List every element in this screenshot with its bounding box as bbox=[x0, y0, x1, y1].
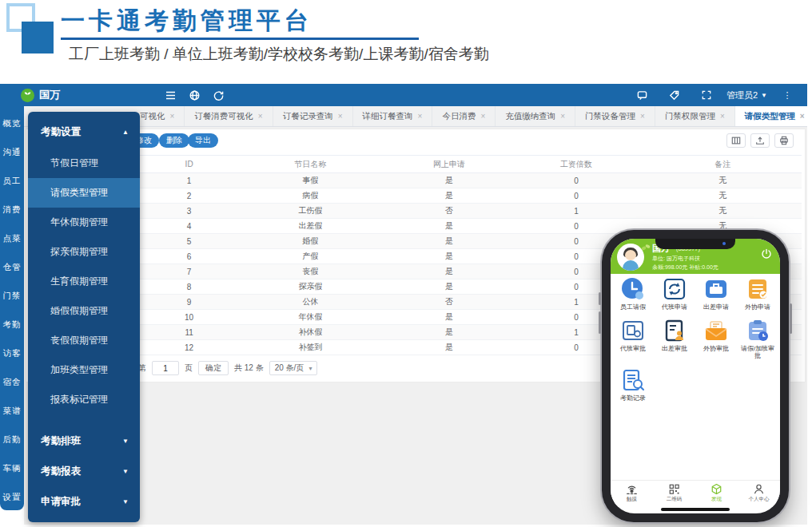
submenu-group[interactable]: 考勤报表 ▼ bbox=[28, 456, 140, 486]
menu-icon[interactable] bbox=[158, 91, 182, 100]
submenu-group-attendance-settings[interactable]: 考勤设置 ▲ bbox=[28, 112, 140, 149]
page-input[interactable] bbox=[152, 361, 179, 375]
page-title: 一卡通考勤管理平台 bbox=[61, 5, 312, 38]
page-size-select[interactable]: 20 条/页 ▾ bbox=[269, 361, 318, 375]
columns-icon[interactable] bbox=[726, 133, 746, 148]
column-header[interactable]: ID bbox=[147, 156, 232, 173]
column-header[interactable]: 节日名称 bbox=[232, 156, 390, 173]
tab-close-icon[interactable] bbox=[258, 112, 263, 121]
submenu-item[interactable]: 婚假假期管理 bbox=[28, 296, 140, 326]
tab[interactable]: 详细订餐查询 bbox=[353, 106, 433, 126]
submenu-item[interactable]: 丧假假期管理 bbox=[28, 326, 140, 355]
submenu-item[interactable]: 节假日管理 bbox=[28, 149, 140, 178]
rail-item[interactable]: 车辆 bbox=[0, 454, 24, 483]
frame-document-icon bbox=[621, 319, 645, 343]
export-icon[interactable] bbox=[750, 133, 770, 148]
tab-close-icon[interactable] bbox=[560, 112, 565, 121]
open-tabs: 报修可视化 订餐消费可视化 订餐记录查询 详细订餐查询 今日消费 bbox=[113, 106, 807, 126]
page-subtitle: 工厂上班考勤 / 单位上班考勤/学校校务考勤/上课考勤/宿舍考勤 bbox=[69, 44, 489, 65]
export-button[interactable]: 导出 bbox=[188, 133, 218, 148]
phone-tab-bar: 触摸 二维码 发现 个人中心 bbox=[611, 480, 780, 505]
app-business-trip-request[interactable]: 出差申请 bbox=[695, 277, 737, 311]
caret-down-icon: ▼ bbox=[761, 92, 767, 99]
submenu-item[interactable]: 请假类型管理 bbox=[28, 178, 140, 208]
tab-close-icon[interactable] bbox=[800, 112, 805, 121]
phone-tab-discover[interactable]: 发现 bbox=[695, 481, 738, 505]
column-header[interactable]: 备注 bbox=[643, 156, 802, 173]
submenu-item[interactable]: 生育假期管理 bbox=[28, 267, 140, 296]
tab[interactable]: 充值缴纳查询 bbox=[496, 106, 575, 126]
phone-balance: 余额:998.00元 补贴:0.00元 bbox=[652, 264, 718, 271]
power-icon[interactable] bbox=[761, 248, 772, 263]
app-shift-substitute-approval[interactable]: 代班审批 bbox=[612, 319, 654, 359]
print-icon[interactable] bbox=[774, 133, 794, 148]
rail-item[interactable]: 点菜 bbox=[0, 224, 24, 253]
user-menu[interactable]: 管理员2 ▼ bbox=[726, 89, 767, 101]
submenu-item[interactable]: 加班类型管理 bbox=[28, 355, 140, 385]
phone-tab-profile[interactable]: 个人中心 bbox=[738, 481, 780, 505]
tab[interactable]: 订餐记录查询 bbox=[273, 106, 353, 126]
repeat-square-icon bbox=[663, 277, 687, 301]
rail-item[interactable]: 访客 bbox=[0, 339, 24, 368]
tab[interactable]: 今日消费 bbox=[432, 106, 496, 126]
tab-close-icon[interactable] bbox=[480, 112, 485, 121]
home-indicator[interactable] bbox=[661, 508, 730, 511]
rail-item[interactable]: 概览 bbox=[0, 109, 24, 138]
briefcase-icon bbox=[704, 277, 728, 301]
rail-item[interactable]: 设置 bbox=[0, 483, 24, 512]
app-outsourcing-request[interactable]: 外协申请 bbox=[737, 277, 778, 311]
tab-strip: 报修可视化 订餐消费可视化 订餐记录查询 详细订餐查询 今日消费 bbox=[24, 106, 807, 127]
rail-item[interactable]: 门禁 bbox=[0, 282, 24, 311]
submenu-item[interactable]: 年休假期管理 bbox=[28, 208, 140, 237]
app-employee-leave[interactable]: 员工请假 bbox=[612, 277, 654, 311]
submenu-item[interactable]: 报表标记管理 bbox=[28, 385, 140, 414]
message-icon[interactable] bbox=[631, 90, 655, 101]
delete-button[interactable]: 删除 bbox=[159, 133, 189, 148]
tab-close-icon[interactable] bbox=[170, 112, 175, 121]
refresh-icon[interactable] bbox=[206, 90, 230, 101]
tab-close-icon[interactable] bbox=[418, 112, 423, 121]
table-row[interactable]: 3 工伤假 否 1 无 bbox=[31, 204, 802, 219]
submenu-group[interactable]: 考勤排班 ▼ bbox=[28, 426, 140, 456]
rail-item[interactable]: 消费 bbox=[0, 196, 24, 224]
deco-square-solid bbox=[22, 22, 54, 53]
tab-close-icon[interactable] bbox=[338, 112, 343, 121]
tab-close-icon[interactable] bbox=[640, 112, 645, 121]
tab[interactable]: 门禁权限管理 bbox=[655, 106, 735, 126]
app-business-trip-approval[interactable]: 出差审批 bbox=[654, 319, 695, 359]
rail-item[interactable]: 员工 bbox=[0, 167, 24, 196]
table-row[interactable]: 1 事假 是 0 无 bbox=[31, 173, 802, 188]
column-header[interactable]: 工资倍数 bbox=[509, 156, 644, 173]
phone-tab-qrcode[interactable]: 二维码 bbox=[653, 481, 695, 505]
rail-item[interactable]: 菜谱 bbox=[0, 397, 24, 426]
rail-item[interactable]: 宿舍 bbox=[0, 368, 24, 397]
app-leave-overtime-approval[interactable]: 请假/加班审批 bbox=[737, 319, 778, 359]
phone-tab-touch[interactable]: 触摸 bbox=[611, 481, 653, 505]
confirm-page-button[interactable]: 确定 bbox=[198, 361, 229, 375]
fullscreen-icon[interactable] bbox=[695, 90, 718, 100]
app-attendance-records[interactable]: 考勤记录 bbox=[612, 368, 654, 402]
tab[interactable]: 门禁设备管理 bbox=[575, 106, 655, 126]
rail-item[interactable]: 考勤 bbox=[0, 311, 24, 339]
tab-close-icon[interactable] bbox=[720, 112, 725, 121]
app-shift-substitute-request[interactable]: 代班申请 bbox=[654, 277, 695, 311]
submenu-item[interactable]: 探亲假期管理 bbox=[28, 237, 140, 267]
table-row[interactable]: 2 病假 是 0 无 bbox=[31, 188, 802, 204]
rail-item[interactable]: 后勤 bbox=[0, 426, 24, 454]
phone-volume-button bbox=[599, 311, 601, 334]
rail-item[interactable]: 沟通 bbox=[0, 138, 24, 167]
total-count: 共 12 条 bbox=[234, 363, 264, 374]
phone-mute-switch bbox=[599, 292, 601, 305]
avatar[interactable] bbox=[617, 244, 644, 271]
column-header[interactable]: 网上申请 bbox=[389, 156, 508, 173]
app-outsourcing-approval[interactable]: 外协审批 bbox=[695, 319, 737, 359]
more-icon[interactable]: ⋮ bbox=[775, 90, 799, 101]
table-toolbar: 修改 删除 导出 bbox=[26, 129, 805, 153]
globe-icon[interactable] bbox=[182, 90, 206, 101]
tag-icon[interactable] bbox=[663, 90, 687, 101]
tab[interactable]: 请假类型管理 bbox=[735, 106, 807, 126]
rail-item[interactable]: 仓管 bbox=[0, 253, 24, 282]
submenu-group[interactable]: 申请审批 ▼ bbox=[28, 486, 140, 517]
tab[interactable]: 订餐消费可视化 bbox=[185, 106, 273, 126]
phone-camera bbox=[722, 242, 726, 245]
